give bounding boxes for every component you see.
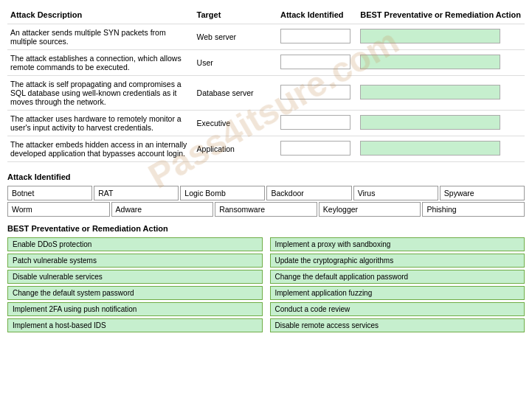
- attack-target: Executive: [194, 111, 277, 136]
- remedy-action-left[interactable]: Implement 2FA using push notification: [7, 302, 263, 316]
- attack-tag[interactable]: Keylogger: [319, 202, 421, 217]
- attack-identified-input[interactable]: [277, 136, 357, 162]
- attack-description: An attacker sends multiple SYN packets f…: [7, 24, 194, 50]
- attack-description: The attack is self propagating and compr…: [7, 76, 194, 111]
- attack-description: The attacker uses hardware to remotely m…: [7, 111, 194, 136]
- attack-identified-input[interactable]: [277, 50, 357, 76]
- remedy-action-right[interactable]: Change the default application password: [270, 270, 525, 284]
- attack-identified-input[interactable]: [277, 76, 357, 111]
- remedy-action-left[interactable]: Disable vulnerable services: [7, 270, 263, 284]
- attack-target: Web server: [194, 24, 277, 50]
- remedy-action-right[interactable]: Implement a proxy with sandboxing: [270, 237, 525, 251]
- remedy-input[interactable]: [357, 136, 525, 162]
- attack-tag[interactable]: Spyware: [440, 186, 525, 200]
- remedy-input[interactable]: [357, 50, 525, 76]
- attack-tag[interactable]: Worm: [7, 202, 110, 217]
- table-row: The attacker embeds hidden access in an …: [7, 136, 525, 162]
- attack-tag[interactable]: Backdoor: [266, 186, 351, 200]
- remedy-input[interactable]: [357, 76, 525, 111]
- remedy-action-left[interactable]: Enable DDoS protection: [7, 237, 263, 251]
- remedy-grid: Enable DDoS protectionImplement a proxy …: [7, 237, 525, 332]
- attack-identified-input[interactable]: [277, 111, 357, 136]
- attack-description: The attacker embeds hidden access in an …: [7, 136, 194, 162]
- remedy-action-right[interactable]: Disable remote access services: [270, 318, 525, 332]
- table-row: The attack establishes a connection, whi…: [7, 50, 525, 76]
- attack-tag[interactable]: Virus: [353, 186, 438, 200]
- attack-tag[interactable]: Adware: [111, 202, 214, 217]
- attack-identified-section-title: Attack Identified: [7, 172, 525, 181]
- header-target: Target: [194, 7, 277, 24]
- attack-row1: BotnetRATLogic BombBackdoorVirusSpyware: [7, 186, 525, 200]
- header-attack-identified: Attack Identified: [277, 7, 357, 24]
- attack-target: Application: [194, 136, 277, 162]
- remedy-action-right[interactable]: Implement application fuzzing: [270, 286, 525, 300]
- attack-identified-input[interactable]: [277, 24, 357, 50]
- main-table: Attack Description Target Attack Identif…: [7, 7, 525, 162]
- table-row: An attacker sends multiple SYN packets f…: [7, 24, 525, 50]
- header-description: Attack Description: [7, 7, 194, 24]
- remedy-action-right[interactable]: Conduct a code review: [270, 302, 525, 316]
- table-row: The attack is self propagating and compr…: [7, 76, 525, 111]
- attack-target: Database server: [194, 76, 277, 111]
- attack-tag[interactable]: Logic Bomb: [180, 186, 265, 200]
- remedy-action-right[interactable]: Update the cryptographic algorithms: [270, 254, 525, 268]
- remedy-input[interactable]: [357, 24, 525, 50]
- attack-tag[interactable]: Phishing: [422, 202, 525, 217]
- remedy-input[interactable]: [357, 111, 525, 136]
- attack-tag[interactable]: RAT: [94, 186, 179, 200]
- remedy-action-left[interactable]: Change the default system password: [7, 286, 263, 300]
- remedy-action-left[interactable]: Implement a host-based IDS: [7, 318, 263, 332]
- table-row: The attacker uses hardware to remotely m…: [7, 111, 525, 136]
- attack-tag[interactable]: Ransomware: [215, 202, 317, 217]
- attack-target: User: [194, 50, 277, 76]
- header-remedy: BEST Preventative or Remediation Action: [357, 7, 525, 24]
- remedy-section-title: BEST Preventative or Remediation Action: [7, 224, 525, 233]
- attack-description: The attack establishes a connection, whi…: [7, 50, 194, 76]
- attack-row2: WormAdwareRansomwareKeyloggerPhishing: [7, 202, 525, 217]
- remedy-action-left[interactable]: Patch vulnerable systems: [7, 254, 263, 268]
- attack-tag[interactable]: Botnet: [7, 186, 92, 200]
